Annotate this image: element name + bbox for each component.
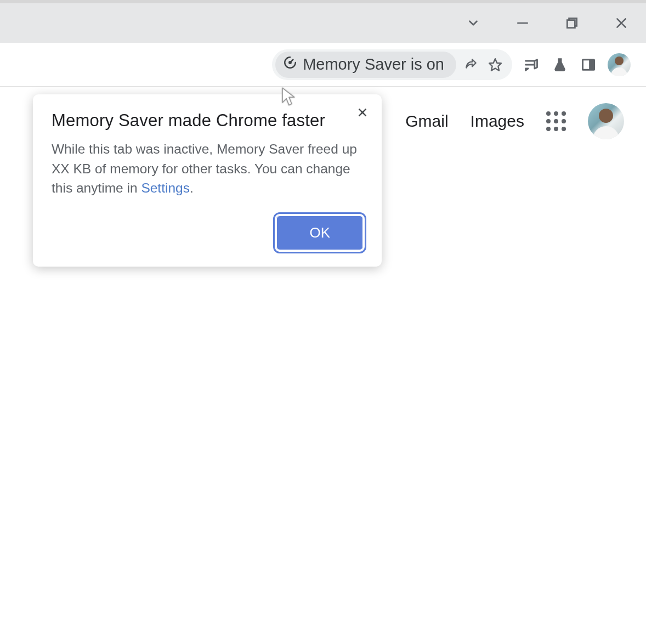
popup-body-after: .	[190, 180, 194, 195]
popup-body: While this tab was inactive, Memory Save…	[52, 139, 363, 198]
svg-point-5	[289, 61, 291, 63]
popup-title: Memory Saver made Chrome faster	[52, 111, 363, 131]
share-button[interactable]	[462, 55, 480, 74]
svg-rect-2	[567, 20, 575, 28]
popup-body-text: While this tab was inactive, Memory Save…	[52, 142, 357, 195]
window-minimize-button[interactable]	[514, 15, 531, 31]
browser-toolbar: Memory Saver is on	[0, 43, 646, 87]
window-titlebar	[0, 3, 646, 43]
memory-saver-chip-label: Memory Saver is on	[303, 55, 444, 74]
popup-actions: OK	[52, 216, 363, 250]
mouse-cursor-icon	[281, 87, 297, 106]
tab-search-dropdown[interactable]	[465, 15, 481, 31]
svg-rect-8	[589, 59, 594, 70]
images-link[interactable]: Images	[471, 112, 524, 131]
profile-avatar-button[interactable]	[608, 53, 631, 76]
bookmark-button[interactable]	[486, 55, 505, 74]
memory-saver-chip[interactable]: Memory Saver is on	[275, 52, 456, 78]
speedometer-icon	[283, 55, 297, 74]
chrome-labs-button[interactable]	[551, 55, 569, 74]
omnibox-right-section: Memory Saver is on	[272, 49, 512, 80]
memory-saver-popup: Memory Saver made Chrome faster While th…	[33, 94, 382, 267]
popup-close-button[interactable]	[354, 104, 371, 121]
ok-button[interactable]: OK	[276, 216, 363, 250]
side-panel-button[interactable]	[579, 55, 598, 74]
svg-marker-6	[489, 59, 501, 71]
window-close-button[interactable]	[613, 15, 630, 31]
account-avatar-button[interactable]	[588, 103, 624, 139]
media-controls-button[interactable]	[522, 55, 541, 74]
google-apps-button[interactable]	[546, 111, 566, 131]
settings-link[interactable]: Settings	[141, 180, 190, 195]
window-maximize-button[interactable]	[564, 15, 580, 31]
gmail-link[interactable]: Gmail	[405, 112, 448, 131]
